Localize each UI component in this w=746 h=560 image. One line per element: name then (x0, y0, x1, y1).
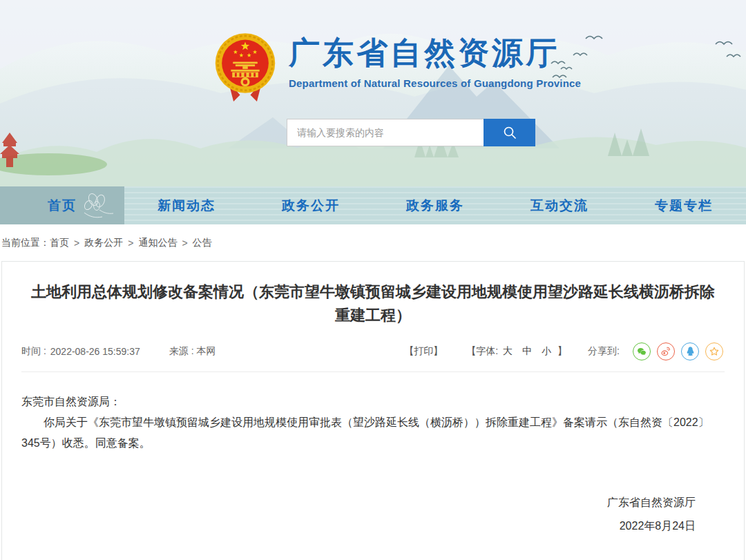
time-label: 时间 : (21, 345, 46, 358)
nav-item-label: 政务公开 (282, 197, 340, 215)
article-title: 土地利用总体规划修改备案情况（东莞市望牛墩镇预留城乡建设用地规模使用望沙路延长线… (24, 280, 722, 327)
source-value: 本网 (196, 345, 216, 356)
search-input[interactable] (287, 119, 484, 146)
nav-item-gov-disclosure[interactable]: 政务公开 (249, 186, 373, 224)
main-nav: 首页 新闻动态 政务公开 政务服务 互动交流 专题专栏 (0, 186, 746, 224)
nav-item-label: 互动交流 (530, 197, 589, 215)
font-size-small[interactable]: 小 (542, 345, 551, 358)
flower-sketch-icon (79, 191, 116, 221)
breadcrumb-separator: > (128, 238, 133, 249)
article-tools: 【打印】 【字体: 大 中 小 】 分享到: (404, 342, 725, 360)
body-salutation: 东莞市自然资源局： (21, 392, 725, 412)
breadcrumb-prefix: 当前位置： (1, 237, 50, 249)
source-label: 来源 : (169, 345, 194, 356)
nav-item-label: 首页 (48, 197, 77, 215)
breadcrumb-separator: > (182, 238, 187, 249)
magnifier-icon (502, 125, 517, 140)
breadcrumb-notices[interactable]: 通知公告 (138, 237, 177, 249)
breadcrumb: 当前位置： 首页 > 政务公开 > 通知公告 > 公告 (0, 224, 746, 261)
print-button[interactable]: 【打印】 (404, 345, 443, 358)
share-label: 分享到: (588, 345, 620, 358)
breadcrumb-gov-disclosure[interactable]: 政务公开 (84, 237, 123, 249)
article-body: 东莞市自然资源局： 你局关于《东莞市望牛墩镇预留城乡建设用地规模使用审批表（望沙… (21, 392, 725, 454)
signature-date: 2022年8月24日 (21, 516, 696, 537)
site-subtitle-english: Department of Natural Resources of Guang… (289, 77, 581, 89)
nav-item-special-topics[interactable]: 专题专栏 (622, 186, 746, 224)
nav-item-label: 政务服务 (406, 197, 464, 215)
nav-item-label: 专题专栏 (655, 197, 713, 215)
signature-agency: 广东省自然资源厅 (21, 492, 696, 513)
breadcrumb-home[interactable]: 首页 (50, 237, 69, 249)
share-icons-group (627, 342, 723, 360)
article-meta-row: 时间 : 2022-08-26 15:59:37 来源 : 本网 【打印】 【字… (21, 342, 725, 372)
font-size-controls: 【字体: 大 中 小 】 (466, 345, 567, 358)
font-size-large[interactable]: 大 (503, 345, 513, 358)
font-size-suffix: 】 (557, 345, 567, 358)
nav-item-home[interactable]: 首页 (0, 186, 124, 224)
qzone-share-icon[interactable] (705, 342, 723, 360)
brand-text: 广东省自然资源厅 Department of Natural Resources… (289, 32, 581, 89)
qq-share-icon[interactable] (681, 342, 699, 360)
nav-item-label: 新闻动态 (157, 197, 216, 215)
nav-item-gov-services[interactable]: 政务服务 (373, 186, 497, 224)
site-header: 广东省自然资源厅 Department of Natural Resources… (0, 0, 746, 186)
national-emblem-icon (213, 32, 278, 104)
site-title: 广东省自然资源厅 (289, 36, 581, 70)
nav-item-interaction[interactable]: 互动交流 (497, 186, 622, 224)
breadcrumb-separator: > (74, 238, 79, 249)
weibo-share-icon[interactable] (657, 342, 675, 360)
search-bar (287, 119, 535, 146)
publish-time: 2022-08-26 15:59:37 (50, 346, 140, 357)
article-card: 土地利用总体规划修改备案情况（东莞市望牛墩镇预留城乡建设用地规模使用望沙路延长线… (1, 261, 745, 560)
signature-block: 广东省自然资源厅 2022年8月24日 (21, 492, 725, 537)
nav-item-news[interactable]: 新闻动态 (124, 186, 249, 224)
font-size-prefix: 【字体: (466, 345, 498, 358)
wechat-share-icon[interactable] (633, 342, 651, 360)
font-size-medium[interactable]: 中 (522, 345, 532, 358)
search-button[interactable] (484, 119, 535, 146)
site-brand: 广东省自然资源厅 Department of Natural Resources… (213, 32, 581, 104)
breadcrumb-announcement[interactable]: 公告 (193, 237, 212, 249)
body-paragraph: 你局关于《东莞市望牛墩镇预留城乡建设用地规模使用审批表（望沙路延长线（横沥桥））… (21, 412, 725, 454)
